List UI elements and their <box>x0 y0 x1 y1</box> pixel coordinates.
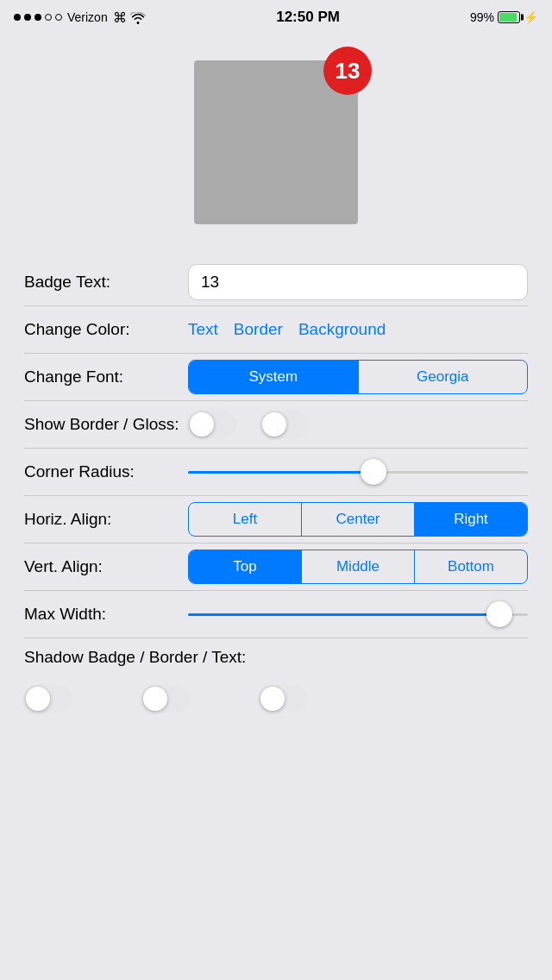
corner-radius-row: Corner Radius: <box>24 449 528 495</box>
badge-text-label: Badge Text: <box>24 273 188 292</box>
max-width-control <box>188 613 528 616</box>
vert-bottom-button[interactable]: Bottom <box>415 550 527 583</box>
badge-container: 13 <box>194 60 358 224</box>
vert-middle-button[interactable]: Middle <box>302 550 415 583</box>
signal-dot-2 <box>24 14 31 21</box>
shadow-text-thumb <box>260 687 285 711</box>
horiz-center-button[interactable]: Center <box>302 503 415 536</box>
status-left: Verizon ⌘ <box>14 9 146 26</box>
vert-top-button[interactable]: Top <box>189 550 302 583</box>
badge-text-row: Badge Text: <box>24 259 528 305</box>
color-link-background[interactable]: Background <box>298 320 386 339</box>
carrier-name: Verizon <box>67 10 108 24</box>
color-links-control: Text Border Background <box>188 320 528 339</box>
shadow-label: Shadow Badge / Border / Text: <box>24 648 246 667</box>
horiz-align-segmented: Left Center Right <box>188 502 528 537</box>
border-toggle-thumb <box>190 412 214 437</box>
change-font-row: Change Font: System Georgia <box>24 354 528 400</box>
horiz-align-row: Horiz. Align: Left Center Right <box>24 496 528 543</box>
font-segmented: System Georgia <box>188 360 528 394</box>
horiz-align-control: Left Center Right <box>188 502 528 537</box>
horiz-right-button[interactable]: Right <box>415 503 527 536</box>
border-toggle[interactable] <box>188 411 236 438</box>
show-border-gloss-row: Show Border / Gloss: <box>24 401 528 448</box>
preview-area: 13 <box>0 35 552 259</box>
change-color-row: Change Color: Text Border Background <box>24 306 528 353</box>
wifi-icon: ⌘ <box>113 9 146 26</box>
signal-dot-3 <box>34 14 41 21</box>
charging-icon: ⚡ <box>524 10 538 24</box>
change-font-label: Change Font: <box>24 368 188 386</box>
max-width-label: Max Width: <box>24 605 188 624</box>
battery-icon <box>498 11 520 23</box>
horiz-left-button[interactable]: Left <box>189 503 302 536</box>
badge-preview: 13 <box>323 47 372 95</box>
corner-radius-slider-container <box>188 471 528 474</box>
corner-radius-label: Corner Radius: <box>24 462 188 481</box>
battery-percentage: 99% <box>470 10 494 24</box>
shadow-badge-toggle[interactable] <box>24 685 72 713</box>
shadow-badge-thumb <box>26 687 50 711</box>
horiz-align-label: Horiz. Align: <box>24 510 188 529</box>
shadow-border-toggle[interactable] <box>141 685 190 713</box>
badge-text-control <box>188 264 528 300</box>
badge-text-input[interactable] <box>188 264 528 300</box>
time-display: 12:50 PM <box>276 9 340 26</box>
font-system-button[interactable]: System <box>189 361 359 393</box>
vert-align-label: Vert. Align: <box>24 557 188 576</box>
shadow-label-row: Shadow Badge / Border / Text: <box>24 638 528 676</box>
max-width-slider-container <box>188 613 528 616</box>
gloss-toggle[interactable] <box>260 411 309 438</box>
signal-dot-5 <box>55 14 62 21</box>
shadow-text-toggle[interactable] <box>259 685 307 713</box>
font-control: System Georgia <box>188 360 528 394</box>
shadow-toggles-row <box>24 676 528 730</box>
corner-radius-slider[interactable] <box>188 471 528 474</box>
corner-radius-control <box>188 471 528 474</box>
max-width-row: Max Width: <box>24 591 528 638</box>
show-border-gloss-label: Show Border / Gloss: <box>24 415 188 434</box>
color-link-text[interactable]: Text <box>188 320 218 339</box>
signal-dots <box>14 14 62 21</box>
color-links: Text Border Background <box>188 320 528 339</box>
vert-align-control: Top Middle Bottom <box>188 550 528 584</box>
signal-dot-4 <box>45 14 52 21</box>
border-gloss-toggles <box>188 411 528 438</box>
shadow-border-thumb <box>143 687 167 711</box>
controls-panel: Badge Text: Change Color: Text Border Ba… <box>0 259 552 730</box>
vert-align-segmented: Top Middle Bottom <box>188 550 528 584</box>
status-right: 99% ⚡ <box>470 10 538 24</box>
vert-align-row: Vert. Align: Top Middle Bottom <box>24 543 528 590</box>
gloss-toggle-thumb <box>262 412 286 437</box>
signal-dot-1 <box>14 14 21 21</box>
border-gloss-control <box>188 411 528 438</box>
font-georgia-button[interactable]: Georgia <box>359 361 528 393</box>
color-link-border[interactable]: Border <box>234 320 283 339</box>
change-color-label: Change Color: <box>24 320 188 339</box>
max-width-slider[interactable] <box>188 613 528 616</box>
status-bar: Verizon ⌘ 12:50 PM 99% ⚡ <box>0 0 552 35</box>
